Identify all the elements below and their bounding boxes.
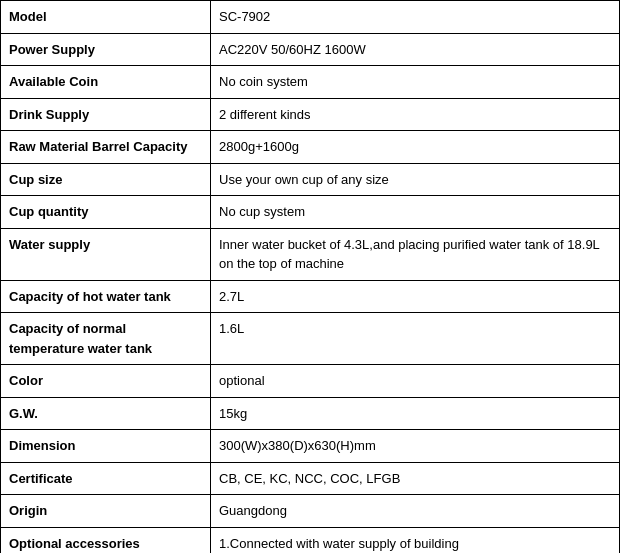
table-row: Raw Material Barrel Capacity2800g+1600g: [1, 131, 620, 164]
spec-value: AC220V 50/60HZ 1600W: [211, 33, 620, 66]
spec-label: Capacity of hot water tank: [1, 280, 211, 313]
spec-value: 300(W)x380(D)x630(H)mm: [211, 430, 620, 463]
table-row: Cup quantityNo cup system: [1, 196, 620, 229]
spec-value: Guangdong: [211, 495, 620, 528]
spec-value: 1.6L: [211, 313, 620, 365]
table-row: ModelSC-7902: [1, 1, 620, 34]
table-row: Power SupplyAC220V 50/60HZ 1600W: [1, 33, 620, 66]
spec-value: No cup system: [211, 196, 620, 229]
table-row: Available CoinNo coin system: [1, 66, 620, 99]
spec-label: Power Supply: [1, 33, 211, 66]
spec-value: 15kg: [211, 397, 620, 430]
spec-value: 2800g+1600g: [211, 131, 620, 164]
spec-value: optional: [211, 365, 620, 398]
spec-label: Certificate: [1, 462, 211, 495]
table-row: Optional accessories1.Connected with wat…: [1, 527, 620, 553]
table-row: G.W.15kg: [1, 397, 620, 430]
spec-label: Origin: [1, 495, 211, 528]
table-row: Capacity of hot water tank2.7L: [1, 280, 620, 313]
spec-label: Cup quantity: [1, 196, 211, 229]
spec-value: No coin system: [211, 66, 620, 99]
table-row: Water supplyInner water bucket of 4.3L,a…: [1, 228, 620, 280]
spec-value: CB, CE, KC, NCC, COC, LFGB: [211, 462, 620, 495]
table-row: CertificateCB, CE, KC, NCC, COC, LFGB: [1, 462, 620, 495]
spec-value: 2.7L: [211, 280, 620, 313]
spec-label: Drink Supply: [1, 98, 211, 131]
spec-label: Color: [1, 365, 211, 398]
spec-table: ModelSC-7902Power SupplyAC220V 50/60HZ 1…: [0, 0, 620, 553]
spec-value: Inner water bucket of 4.3L,and placing p…: [211, 228, 620, 280]
spec-label: Cup size: [1, 163, 211, 196]
spec-label: Optional accessories: [1, 527, 211, 553]
spec-label: Available Coin: [1, 66, 211, 99]
spec-value: SC-7902: [211, 1, 620, 34]
table-row: Coloroptional: [1, 365, 620, 398]
spec-label: Dimension: [1, 430, 211, 463]
spec-label: G.W.: [1, 397, 211, 430]
table-row: Capacity of normal temperature water tan…: [1, 313, 620, 365]
spec-value: 1.Connected with water supply of buildin…: [211, 527, 620, 553]
table-row: Cup sizeUse your own cup of any size: [1, 163, 620, 196]
table-row: OriginGuangdong: [1, 495, 620, 528]
table-row: Drink Supply2 different kinds: [1, 98, 620, 131]
spec-label: Capacity of normal temperature water tan…: [1, 313, 211, 365]
spec-label: Model: [1, 1, 211, 34]
table-row: Dimension300(W)x380(D)x630(H)mm: [1, 430, 620, 463]
spec-value: Use your own cup of any size: [211, 163, 620, 196]
spec-label: Raw Material Barrel Capacity: [1, 131, 211, 164]
spec-value: 2 different kinds: [211, 98, 620, 131]
spec-label: Water supply: [1, 228, 211, 280]
